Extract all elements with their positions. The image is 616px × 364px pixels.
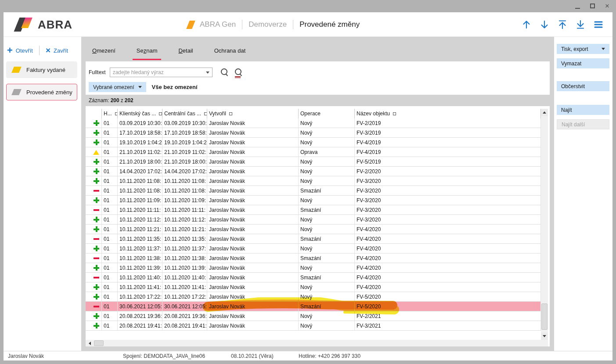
- search-icon[interactable]: [220, 68, 229, 77]
- minimize-icon[interactable]: [573, 1, 582, 10]
- minus-icon: [94, 207, 99, 213]
- action-obcerstvit[interactable]: Občerstvit: [557, 81, 609, 91]
- statusbar-connection: Spojení: DEMODATA_JAVA_line06: [123, 353, 205, 359]
- fulltext-label: Fulltext: [89, 69, 106, 75]
- statusbar-date: 08.10.2021 (Věra): [231, 353, 274, 359]
- chevron-down-icon[interactable]: [206, 71, 209, 74]
- table-row[interactable]: 01 10.11.2020 11:08: 10.11.2020 11:08: J…: [86, 176, 541, 186]
- statusbar-hotline: Hotline: +420 296 397 330: [299, 353, 360, 359]
- sidebar-item-faktury-vydane[interactable]: Faktury vydané: [6, 61, 77, 78]
- scroll-up-icon[interactable]: [541, 109, 548, 116]
- action-vymazat[interactable]: Vymazat: [557, 58, 609, 68]
- fulltext-combobox[interactable]: [110, 68, 213, 77]
- move-down-icon[interactable]: [539, 19, 550, 30]
- plus-icon: [94, 197, 99, 203]
- column-header[interactable]: [86, 109, 102, 118]
- action-najit[interactable]: Najít: [557, 105, 609, 115]
- table-row[interactable]: 01 19.10.2019 1:04:2 19.10.2019 1:04:2 J…: [86, 138, 541, 147]
- abra-gen-slash-icon: [186, 21, 195, 29]
- sidebar-item-provedene-zmeny[interactable]: Provedené změny: [6, 84, 77, 100]
- horizontal-scroll-thumb[interactable]: [94, 340, 104, 346]
- column-header[interactable]: Název objektu: [355, 109, 541, 118]
- column-header[interactable]: Klientský čas ...: [118, 109, 162, 118]
- table-row[interactable]: 01 03.09.2019 10:30: 03.09.2019 10:30: J…: [86, 118, 541, 128]
- table-row[interactable]: 01 10.11.2020 11:09: 10.11.2020 11:09: J…: [86, 196, 541, 205]
- table-row[interactable]: 01 20.08.2021 19:41: 20.08.2021 19:41: J…: [86, 321, 541, 331]
- x-icon: ×: [46, 47, 50, 54]
- tab-omezeni[interactable]: Omezení: [92, 47, 115, 56]
- column-header[interactable]: Operace: [299, 109, 355, 118]
- record-nav: [521, 12, 604, 37]
- plus-icon: [94, 168, 99, 174]
- table-row[interactable]: 01 10.11.2020 11:08: 10.11.2020 11:08: J…: [86, 186, 541, 196]
- minus-icon: [94, 303, 99, 309]
- table-row[interactable]: 01 20.08.2021 19:36: 20.08.2021 19:36: J…: [86, 311, 541, 321]
- sidebar-toolbar: + Otevřít × Zavřít: [7, 46, 68, 55]
- plus-icon: [94, 294, 99, 300]
- divider: [242, 20, 242, 29]
- table-row[interactable]: 01 21.10.2019 11:02: 21.10.2019 11:02: J…: [86, 147, 541, 157]
- sidebar-item-label: Provedené změny: [26, 89, 72, 96]
- table-row[interactable]: 01 10.11.2020 11:41: 10.11.2020 11:41: J…: [86, 282, 541, 292]
- table-row[interactable]: 01 10.11.2020 11:38: 10.11.2020 11:38: J…: [86, 253, 541, 263]
- horizontal-scrollbar[interactable]: [86, 340, 548, 346]
- selected-restriction-button[interactable]: Vybrané omezení: [89, 82, 146, 92]
- scroll-down-icon[interactable]: [541, 332, 548, 340]
- close-icon[interactable]: ×: [603, 1, 612, 10]
- plus-icon: [94, 217, 99, 222]
- tab-seznam[interactable]: Seznam: [137, 47, 158, 56]
- move-first-icon[interactable]: [557, 19, 568, 30]
- column-header[interactable]: H...: [102, 109, 118, 118]
- table-row[interactable]: 01 14.04.2020 17:02: 14.04.2020 17:02: J…: [86, 167, 541, 176]
- table-row[interactable]: 01 10.11.2020 11:12: 10.11.2020 11:12: J…: [86, 215, 541, 225]
- chevron-down-icon: [138, 86, 142, 88]
- table-row[interactable]: 01 30.06.2021 12:05: 30.06.2021 12:05: J…: [86, 302, 541, 311]
- move-up-icon[interactable]: [521, 19, 532, 30]
- header-breadcrumb: ABRA Gen Demoverze Provedené změny: [188, 12, 360, 37]
- table-row[interactable]: 01 21.10.2019 18:00: 21.10.2019 18:00: J…: [86, 157, 541, 167]
- statusbar: Jaroslav Novák Spojení: DEMODATA_JAVA_li…: [4, 351, 612, 360]
- table-row[interactable]: 01 10.11.2020 11:11: 10.11.2020 11:11: J…: [86, 205, 541, 215]
- table-row[interactable]: 01 10.11.2020 11:37: 10.11.2020 11:37: J…: [86, 244, 541, 253]
- table-row[interactable]: 01 10.11.2020 11:21: 10.11.2020 11:21: J…: [86, 225, 541, 234]
- action-najit-dalsi[interactable]: Najít další: [557, 119, 609, 129]
- sort-box-icon: [159, 112, 162, 115]
- menu-icon[interactable]: [593, 19, 604, 30]
- record-counter: Záznam:200z202: [89, 97, 135, 103]
- sidebar-items: Faktury vydanéProvedené změny: [6, 61, 77, 100]
- page-title: Provedené změny: [299, 20, 360, 29]
- minus-icon: [94, 236, 99, 242]
- table-row[interactable]: 01 10.11.2020 17:22: 10.11.2020 17:22: J…: [86, 292, 541, 302]
- action-tisk-export[interactable]: Tisk, export: [557, 44, 609, 54]
- abra-logo: ABRA: [14, 18, 72, 32]
- chevron-down-icon: [602, 48, 605, 50]
- table-row[interactable]: 01 10.11.2020 11:40: 10.11.2020 11:40: J…: [86, 273, 541, 282]
- vertical-scrollbar[interactable]: [541, 109, 548, 340]
- scroll-left-icon[interactable]: [86, 340, 93, 346]
- abra-logo-text: ABRA: [38, 18, 72, 32]
- column-header[interactable]: Centrální čas ...: [162, 109, 207, 118]
- sort-box-icon: [229, 112, 232, 115]
- maximize-icon[interactable]: [588, 1, 597, 10]
- restriction-value: Vše bez omezení: [152, 84, 198, 90]
- table-row[interactable]: 01 17.10.2019 18:58: 17.10.2019 18:58: J…: [86, 128, 541, 138]
- fulltext-input[interactable]: [110, 68, 213, 77]
- tab-detail[interactable]: Detail: [178, 47, 193, 56]
- table-row[interactable]: 01 10.11.2020 11:39: 10.11.2020 11:39: J…: [86, 263, 541, 273]
- warning-triangle-icon: [93, 150, 99, 155]
- column-header[interactable]: Vytvořil: [207, 109, 299, 118]
- app-window: × ABRA ABRA Gen Demoverze Provedené změn…: [0, 0, 616, 364]
- minus-icon: [94, 255, 99, 261]
- search-next-icon[interactable]: [234, 68, 243, 77]
- open-button[interactable]: + Otevřít: [7, 47, 33, 54]
- table-row[interactable]: 01 10.11.2020 11:35: 10.11.2020 11:35: J…: [86, 234, 541, 244]
- move-last-icon[interactable]: [575, 19, 586, 30]
- tab-ochrana-dat[interactable]: Ochrana dat: [214, 47, 246, 56]
- plus-icon: [94, 130, 99, 136]
- plus-icon: [94, 139, 99, 145]
- abra-logo-mark-icon: [14, 18, 33, 32]
- environment-label: Demoverze: [249, 20, 287, 29]
- close-tab-button[interactable]: × Zavřít: [46, 47, 68, 54]
- vertical-scroll-thumb[interactable]: [541, 303, 548, 330]
- filter-panel: Fulltext Vybrané omezení Vše bez omezení: [86, 61, 550, 95]
